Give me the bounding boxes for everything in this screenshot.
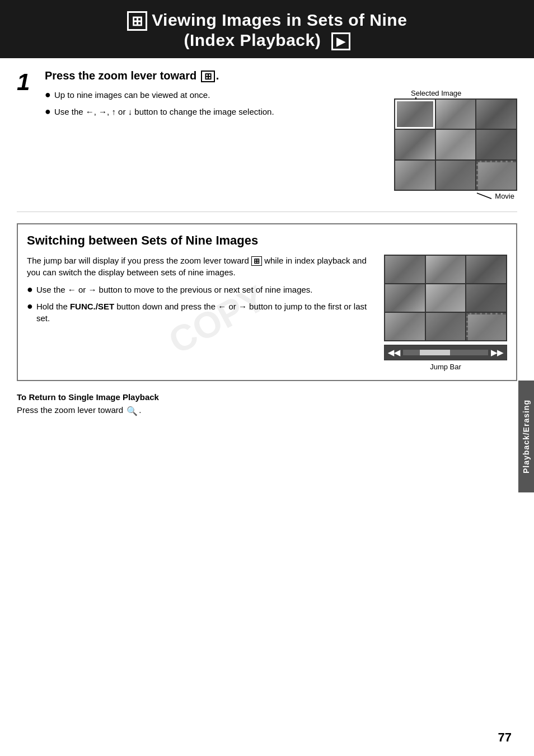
- bullet-dot-1: ●: [45, 89, 51, 101]
- img-cell-5: [436, 130, 476, 159]
- jump-img-cell-4: [385, 284, 425, 312]
- jump-img-cell-9: [466, 313, 506, 340]
- jump-bar: ◀◀ ▶▶: [384, 345, 507, 360]
- sidebar-tab: Playback/Erasing: [518, 381, 534, 492]
- switching-title: Switching between Sets of Nine Images: [27, 233, 507, 248]
- jump-img-cell-6: [466, 284, 506, 312]
- page-number: 77: [498, 730, 512, 745]
- img-cell-7: [395, 161, 435, 190]
- step1-body: ● Up to nine images can be viewed at onc…: [45, 89, 517, 200]
- magnify-icon: 🔍: [127, 406, 138, 416]
- svg-line-0: [477, 193, 491, 199]
- img-cell-1: [395, 100, 435, 129]
- jump-img-cell-5: [426, 284, 466, 312]
- switching-section-wrapper: COPY Switching between Sets of Nine Imag…: [17, 223, 517, 416]
- bullet-item-1: ● Up to nine images can be viewed at onc…: [45, 89, 383, 101]
- img-cell-8: [436, 161, 476, 190]
- img-cell-6: [476, 130, 516, 159]
- step-number: 1: [17, 71, 39, 94]
- return-text: Press the zoom lever toward 🔍.: [17, 405, 517, 416]
- jump-bar-left-arrow: ◀◀: [388, 348, 400, 357]
- sw-bullet-dot-2: ●: [27, 300, 33, 313]
- step1-section: 1 Press the zoom lever toward ⊞. ● Up to…: [17, 58, 517, 212]
- image-grid: [394, 98, 517, 191]
- zoom-icon-title: ⊞: [201, 71, 215, 82]
- switching-body: The jump bar will display if you press t…: [27, 255, 507, 371]
- return-section: To Return to Single Image Playback Press…: [17, 392, 517, 416]
- selected-image-label: Selected Image: [411, 89, 517, 97]
- movie-label-row: Movie: [394, 192, 517, 200]
- jump-img-cell-1: [385, 256, 425, 283]
- jump-img-cell-3: [466, 256, 506, 283]
- img-cell-2: [436, 100, 476, 129]
- jump-img-cell-7: [385, 313, 425, 340]
- jump-img-cell-2: [426, 256, 466, 283]
- bullet-dot-2: ●: [45, 106, 51, 118]
- image-grid-wrapper: Selected Image: [394, 89, 517, 200]
- sw-bullet-dot-1: ●: [27, 284, 33, 296]
- jump-bar-fill: [420, 350, 449, 355]
- step1-image-area: Selected Image: [394, 89, 517, 200]
- switching-image-area: ◀◀ ▶▶ Jump Bar: [384, 255, 507, 371]
- step1-content: Press the zoom lever toward ⊞. ● Up to n…: [45, 69, 517, 200]
- movie-arrow-icon: [476, 192, 493, 200]
- header-title: ⊞Viewing Images in Sets of Nine (Index P…: [11, 10, 523, 50]
- jump-img-cell-8: [426, 313, 466, 340]
- return-title: To Return to Single Image Playback: [17, 392, 517, 402]
- switching-text: The jump bar will display if you press t…: [27, 255, 373, 371]
- img-cell-9: [476, 161, 516, 190]
- switching-section: Switching between Sets of Nine Images Th…: [17, 223, 517, 381]
- jump-bar-right-arrow: ▶▶: [491, 348, 503, 357]
- bullet-item-2: ● Use the ←, →, ↑ or ↓ button to change …: [45, 106, 383, 118]
- switching-bullet-2: ● Hold the FUNC./SET button down and pre…: [27, 300, 373, 324]
- switching-body-text: The jump bar will display if you press t…: [27, 255, 373, 278]
- main-content: 1 Press the zoom lever toward ⊞. ● Up to…: [0, 58, 534, 416]
- switching-bullet-1: ● Use the ← or → button to move to the p…: [27, 284, 373, 296]
- step1-text: ● Up to nine images can be viewed at onc…: [45, 89, 383, 122]
- img-cell-3: [476, 100, 516, 129]
- step1-title: Press the zoom lever toward ⊞.: [45, 69, 517, 82]
- jump-image-grid: [384, 255, 507, 341]
- playback-icon-header: ▶: [331, 32, 350, 50]
- jump-bar-label: Jump Bar: [384, 363, 507, 371]
- page-header: ⊞Viewing Images in Sets of Nine (Index P…: [0, 0, 534, 58]
- index-icon-header: ⊞: [127, 11, 148, 31]
- movie-label: Movie: [495, 192, 514, 200]
- img-cell-4: [395, 130, 435, 159]
- jump-bar-track: [403, 350, 488, 355]
